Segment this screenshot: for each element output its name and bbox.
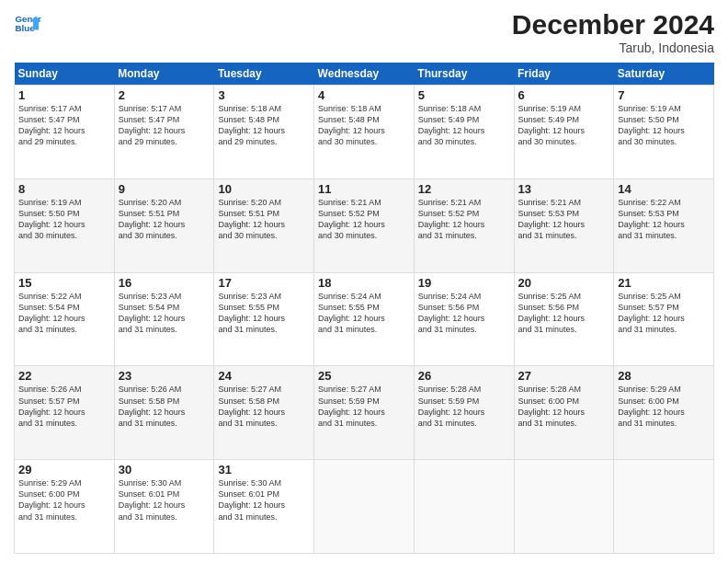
- calendar-cell: 20Sunrise: 5:25 AM Sunset: 5:56 PM Dayli…: [514, 272, 614, 366]
- day-number: 15: [18, 276, 110, 290]
- day-number: 10: [218, 182, 310, 196]
- day-number: 12: [418, 182, 510, 196]
- day-info: Sunrise: 5:26 AM Sunset: 5:57 PM Dayligh…: [18, 384, 110, 429]
- day-info: Sunrise: 5:28 AM Sunset: 6:00 PM Dayligh…: [518, 384, 610, 429]
- day-number: 8: [18, 182, 110, 196]
- day-number: 1: [18, 88, 110, 102]
- day-number: 3: [218, 88, 310, 102]
- day-info: Sunrise: 5:25 AM Sunset: 5:56 PM Dayligh…: [518, 291, 610, 336]
- calendar-cell: 11Sunrise: 5:21 AM Sunset: 5:52 PM Dayli…: [314, 178, 415, 272]
- calendar-cell: 26Sunrise: 5:28 AM Sunset: 5:59 PM Dayli…: [414, 366, 514, 460]
- calendar-cell: [314, 460, 415, 554]
- day-number: 4: [318, 88, 410, 102]
- month-title: December 2024: [512, 9, 714, 40]
- day-number: 16: [119, 276, 210, 290]
- day-info: Sunrise: 5:17 AM Sunset: 5:47 PM Dayligh…: [119, 103, 210, 148]
- calendar-cell: 3Sunrise: 5:18 AM Sunset: 5:48 PM Daylig…: [214, 86, 314, 179]
- calendar-cell: 13Sunrise: 5:21 AM Sunset: 5:53 PM Dayli…: [514, 178, 614, 272]
- day-number: 23: [119, 369, 210, 383]
- calendar-cell: 14Sunrise: 5:22 AM Sunset: 5:53 PM Dayli…: [614, 178, 714, 272]
- day-info: Sunrise: 5:19 AM Sunset: 5:50 PM Dayligh…: [618, 103, 710, 148]
- title-block: December 2024 Tarub, Indonesia: [512, 9, 714, 55]
- day-number: 24: [218, 369, 310, 383]
- day-number: 20: [518, 276, 610, 290]
- calendar-cell: 15Sunrise: 5:22 AM Sunset: 5:54 PM Dayli…: [15, 272, 115, 366]
- day-info: Sunrise: 5:28 AM Sunset: 5:59 PM Dayligh…: [418, 384, 510, 429]
- day-number: 28: [618, 369, 710, 383]
- day-info: Sunrise: 5:19 AM Sunset: 5:50 PM Dayligh…: [18, 197, 110, 242]
- calendar-cell: 29Sunrise: 5:29 AM Sunset: 6:00 PM Dayli…: [15, 460, 115, 554]
- day-info: Sunrise: 5:21 AM Sunset: 5:53 PM Dayligh…: [518, 197, 610, 242]
- day-info: Sunrise: 5:23 AM Sunset: 5:54 PM Dayligh…: [119, 291, 210, 336]
- day-info: Sunrise: 5:18 AM Sunset: 5:48 PM Dayligh…: [218, 103, 310, 148]
- calendar-cell: 19Sunrise: 5:24 AM Sunset: 5:56 PM Dayli…: [414, 272, 514, 366]
- calendar-cell: 22Sunrise: 5:26 AM Sunset: 5:57 PM Dayli…: [15, 366, 115, 460]
- calendar-cell: 25Sunrise: 5:27 AM Sunset: 5:59 PM Dayli…: [314, 366, 415, 460]
- day-number: 2: [119, 88, 210, 102]
- day-number: 6: [518, 88, 610, 102]
- day-number: 18: [318, 276, 410, 290]
- calendar-cell: 31Sunrise: 5:30 AM Sunset: 6:01 PM Dayli…: [214, 460, 314, 554]
- calendar-week-5: 29Sunrise: 5:29 AM Sunset: 6:00 PM Dayli…: [15, 460, 714, 554]
- calendar-cell: 28Sunrise: 5:29 AM Sunset: 6:00 PM Dayli…: [614, 366, 714, 460]
- location: Tarub, Indonesia: [512, 40, 714, 55]
- day-number: 22: [18, 369, 110, 383]
- day-info: Sunrise: 5:27 AM Sunset: 5:59 PM Dayligh…: [318, 384, 410, 429]
- calendar-cell: 10Sunrise: 5:20 AM Sunset: 5:51 PM Dayli…: [214, 178, 314, 272]
- weekday-header-row: SundayMondayTuesdayWednesdayThursdayFrid…: [15, 63, 714, 86]
- svg-text:Blue: Blue: [16, 23, 36, 33]
- calendar-cell: 1Sunrise: 5:17 AM Sunset: 5:47 PM Daylig…: [15, 86, 115, 179]
- day-number: 9: [119, 182, 210, 196]
- calendar-body: 1Sunrise: 5:17 AM Sunset: 5:47 PM Daylig…: [15, 86, 714, 554]
- day-number: 21: [618, 276, 710, 290]
- calendar-cell: 4Sunrise: 5:18 AM Sunset: 5:48 PM Daylig…: [314, 86, 415, 179]
- day-number: 25: [318, 369, 410, 383]
- calendar-cell: 17Sunrise: 5:23 AM Sunset: 5:55 PM Dayli…: [214, 272, 314, 366]
- day-info: Sunrise: 5:22 AM Sunset: 5:54 PM Dayligh…: [18, 291, 110, 336]
- day-info: Sunrise: 5:30 AM Sunset: 6:01 PM Dayligh…: [119, 477, 210, 523]
- calendar-cell: 6Sunrise: 5:19 AM Sunset: 5:49 PM Daylig…: [514, 86, 614, 179]
- day-info: Sunrise: 5:29 AM Sunset: 6:00 PM Dayligh…: [18, 477, 110, 523]
- calendar-cell: 18Sunrise: 5:24 AM Sunset: 5:55 PM Dayli…: [314, 272, 415, 366]
- day-info: Sunrise: 5:20 AM Sunset: 5:51 PM Dayligh…: [119, 197, 210, 242]
- day-number: 27: [518, 369, 610, 383]
- calendar-cell: [614, 460, 714, 554]
- weekday-sunday: Sunday: [15, 63, 115, 86]
- day-number: 30: [119, 463, 210, 477]
- calendar-cell: 16Sunrise: 5:23 AM Sunset: 5:54 PM Dayli…: [114, 272, 214, 366]
- calendar-cell: 30Sunrise: 5:30 AM Sunset: 6:01 PM Dayli…: [114, 460, 214, 554]
- calendar-week-4: 22Sunrise: 5:26 AM Sunset: 5:57 PM Dayli…: [15, 366, 714, 460]
- day-info: Sunrise: 5:24 AM Sunset: 5:56 PM Dayligh…: [418, 291, 510, 336]
- calendar-week-3: 15Sunrise: 5:22 AM Sunset: 5:54 PM Dayli…: [15, 272, 714, 366]
- calendar-cell: 8Sunrise: 5:19 AM Sunset: 5:50 PM Daylig…: [15, 178, 115, 272]
- calendar-cell: 9Sunrise: 5:20 AM Sunset: 5:51 PM Daylig…: [114, 178, 214, 272]
- day-info: Sunrise: 5:19 AM Sunset: 5:49 PM Dayligh…: [518, 103, 610, 148]
- calendar-cell: 7Sunrise: 5:19 AM Sunset: 5:50 PM Daylig…: [614, 86, 714, 179]
- day-number: 14: [618, 182, 710, 196]
- day-info: Sunrise: 5:21 AM Sunset: 5:52 PM Dayligh…: [418, 197, 510, 242]
- day-number: 31: [218, 463, 310, 477]
- calendar-cell: [414, 460, 514, 554]
- calendar-cell: 27Sunrise: 5:28 AM Sunset: 6:00 PM Dayli…: [514, 366, 614, 460]
- day-info: Sunrise: 5:18 AM Sunset: 5:49 PM Dayligh…: [418, 103, 510, 148]
- calendar-table: SundayMondayTuesdayWednesdayThursdayFrid…: [14, 63, 714, 554]
- day-number: 11: [318, 182, 410, 196]
- calendar-week-1: 1Sunrise: 5:17 AM Sunset: 5:47 PM Daylig…: [15, 86, 714, 179]
- calendar-cell: [514, 460, 614, 554]
- page-header: General Blue December 2024 Tarub, Indone…: [14, 9, 714, 55]
- day-number: 29: [18, 463, 110, 477]
- weekday-tuesday: Tuesday: [214, 63, 314, 86]
- calendar-cell: 12Sunrise: 5:21 AM Sunset: 5:52 PM Dayli…: [414, 178, 514, 272]
- calendar-cell: 21Sunrise: 5:25 AM Sunset: 5:57 PM Dayli…: [614, 272, 714, 366]
- day-info: Sunrise: 5:18 AM Sunset: 5:48 PM Dayligh…: [318, 103, 410, 148]
- calendar-cell: 5Sunrise: 5:18 AM Sunset: 5:49 PM Daylig…: [414, 86, 514, 179]
- logo: General Blue: [14, 9, 41, 37]
- day-info: Sunrise: 5:22 AM Sunset: 5:53 PM Dayligh…: [618, 197, 710, 242]
- weekday-wednesday: Wednesday: [314, 63, 415, 86]
- day-number: 7: [618, 88, 710, 102]
- weekday-thursday: Thursday: [414, 63, 514, 86]
- weekday-monday: Monday: [114, 63, 214, 86]
- calendar-week-2: 8Sunrise: 5:19 AM Sunset: 5:50 PM Daylig…: [15, 178, 714, 272]
- day-number: 19: [418, 276, 510, 290]
- weekday-friday: Friday: [514, 63, 614, 86]
